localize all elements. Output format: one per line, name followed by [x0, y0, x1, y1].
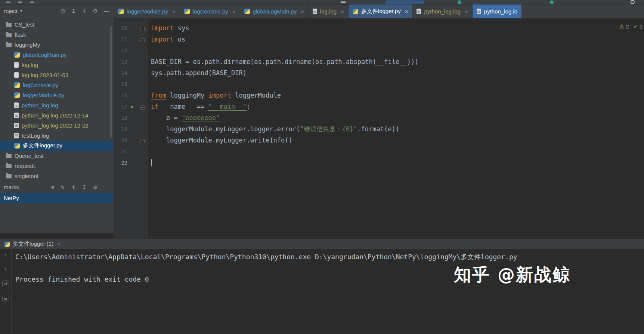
code-line[interactable]: from loggingMy import loggerModule: [149, 90, 644, 101]
folder-icon: [6, 164, 12, 168]
close-icon[interactable]: ×: [341, 8, 344, 15]
run-line-icon[interactable]: ▶: [127, 104, 138, 109]
rerun-icon[interactable]: ↺: [2, 281, 9, 287]
run-config-selector[interactable]: [386, 0, 424, 4]
fold-marker-icon[interactable]: −: [140, 38, 145, 42]
console-tab-label: 多文件logger (1): [13, 240, 53, 248]
tree-item[interactable]: python_log.log.2022-12-22: [0, 120, 114, 131]
scrollbar[interactable]: [110, 26, 112, 138]
minimize-icon[interactable]: [341, 1, 346, 3]
editor-tab[interactable]: 多文件logger.py×: [349, 4, 413, 18]
service-status-icon[interactable]: [458, 0, 461, 4]
code-line[interactable]: import sys: [149, 22, 644, 34]
code-line[interactable]: [149, 146, 644, 157]
file-icon: [477, 9, 481, 14]
bookmark-item[interactable]: NetPy: [0, 193, 114, 203]
code-line[interactable]: if __name__ == "__main__":: [149, 101, 644, 112]
notification-icon[interactable]: [550, 0, 554, 4]
tab-label: globalLogMain.py: [253, 8, 297, 15]
tree-item[interactable]: log.log.2023-01-03: [0, 70, 114, 80]
tree-item[interactable]: CS_test: [0, 19, 114, 30]
fold-marker-icon[interactable]: −: [140, 27, 145, 31]
close-icon[interactable]: ×: [232, 8, 236, 15]
code-area[interactable]: import sysimport osBASE_DIR = os.path.di…: [149, 19, 644, 239]
project-panel-header: roject ▾ ◎↥↧⚙—: [0, 4, 114, 17]
console-output[interactable]: C:\Users\Administrator\AppData\Local\Pro…: [15, 251, 517, 285]
python-icon: [244, 9, 250, 14]
tree-item[interactable]: requestL: [0, 161, 114, 171]
fold-marker-icon[interactable]: ⌐: [140, 139, 145, 143]
code-line[interactable]: e = "eeeeeeee": [149, 112, 644, 123]
tree-item[interactable]: globalLogMain.py: [0, 50, 114, 60]
editor-tab[interactable]: python_log.log×: [412, 4, 472, 18]
close-icon[interactable]: ×: [405, 8, 408, 15]
tree-item[interactable]: log.log: [0, 60, 114, 70]
hide-panel-icon[interactable]: —: [104, 8, 109, 14]
editor[interactable]: 10−11−121314151617▶−181920⌐2122 import s…: [114, 19, 644, 239]
close-icon[interactable]: ×: [301, 8, 304, 15]
tree-item[interactable]: logConsole.py: [0, 80, 114, 90]
console-tab[interactable]: 多文件logger (1) ×: [4, 240, 60, 248]
code-line[interactable]: import os: [149, 34, 644, 45]
close-icon[interactable]: ×: [172, 8, 176, 15]
inspections-widget[interactable]: ⚠ 2 ✔ 1: [619, 23, 643, 30]
settings-icon[interactable]: ⚙: [93, 184, 97, 190]
run-console: ↑↓↺≣ C:\Users\Administrator\AppData\Loca…: [0, 249, 644, 334]
editor-tab[interactable]: log.log×: [309, 4, 349, 18]
hide-panel-icon[interactable]: —: [104, 184, 109, 190]
locate-icon[interactable]: ◎: [61, 8, 65, 14]
text-caret: [151, 159, 152, 166]
code-text: :: [247, 103, 250, 110]
close-icon[interactable]: ×: [57, 241, 60, 247]
collapse-all-icon[interactable]: ↧: [82, 8, 87, 14]
gutter-line: 21: [114, 146, 148, 157]
tree-item[interactable]: loggerModule.py: [0, 90, 114, 100]
collapse-all-icon[interactable]: ↧: [82, 184, 87, 190]
expand-all-icon[interactable]: ↥: [71, 184, 76, 190]
expand-all-icon[interactable]: ↥: [71, 8, 76, 14]
code-line[interactable]: BASE_DIR = os.path.dirname(os.path.dirna…: [149, 56, 644, 67]
gutter-line: 11−: [114, 34, 148, 45]
gutter-line: 10−: [114, 22, 148, 34]
code-line[interactable]: [149, 45, 644, 56]
tree-item[interactable]: python_log.log.2022-12-14: [0, 110, 114, 120]
settings-icon[interactable]: ⚙: [93, 8, 97, 14]
scroll-to-top-icon[interactable]: ↑: [2, 251, 9, 258]
bookmarks-list: NetPy: [0, 193, 114, 203]
editor-tab[interactable]: python_log.lo: [473, 4, 522, 18]
tree-item[interactable]: singletonL: [0, 171, 114, 181]
code-line[interactable]: [149, 157, 644, 168]
tree-item[interactable]: 多文件logger.py: [0, 141, 114, 151]
soft-wrap-icon[interactable]: ≣: [2, 295, 9, 301]
settings-ring-icon[interactable]: [631, 0, 635, 4]
tree-item[interactable]: Queue_test: [0, 151, 114, 161]
editor-tab[interactable]: globalLogMain.py×: [240, 4, 309, 18]
tree-item[interactable]: flask: [0, 30, 114, 40]
edit-icon[interactable]: ✎: [61, 184, 65, 190]
code-text: import: [151, 36, 174, 43]
menu-icon[interactable]: [6, 1, 10, 3]
titlebar: [0, 0, 644, 4]
line-number: 10: [114, 25, 127, 31]
tree-item[interactable]: testLog.log: [0, 131, 114, 141]
editor-tab[interactable]: loggerModule.py×: [114, 4, 180, 18]
editor-tab[interactable]: logConsole.py×: [180, 4, 240, 18]
close-icon[interactable]: ×: [465, 8, 468, 15]
code-line[interactable]: sys.path.append(BASE_DIR): [149, 67, 644, 79]
fold-slot: −: [138, 36, 147, 43]
code-line[interactable]: loggerModule.myLogger.writeInfo(): [149, 135, 644, 146]
list-icon[interactable]: ≡: [51, 184, 54, 190]
gutter-line: 19: [114, 123, 148, 135]
scroll-to-bottom-icon[interactable]: ↓: [2, 265, 9, 272]
tree-item[interactable]: loggingMy: [0, 40, 114, 50]
project-tree: CS_testflaskloggingMyglobalLogMain.pylog…: [0, 17, 114, 181]
tree-item[interactable]: python_log.log: [0, 100, 114, 110]
line-number: 18: [114, 115, 127, 121]
menu-icon[interactable]: [30, 1, 34, 3]
code-line[interactable]: loggerModule.myLogger.logger.error("错误信息…: [149, 123, 644, 135]
chevron-down-icon[interactable]: ▾: [20, 8, 22, 13]
code-text: loggerModule.myLogger.logger.error(: [151, 125, 300, 133]
code-line[interactable]: [149, 79, 644, 90]
fold-marker-icon[interactable]: −: [140, 105, 145, 110]
menu-icon[interactable]: [18, 1, 22, 3]
